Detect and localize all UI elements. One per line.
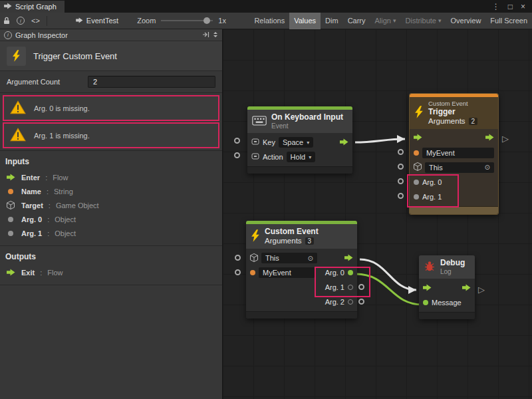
argument-count-input[interactable]: 2 — [88, 76, 215, 88]
warning-text: Arg. 1 is missing. — [34, 132, 90, 140]
overview-button[interactable]: Overview — [446, 13, 486, 29]
port-arguments-arg2[interactable] — [358, 299, 364, 305]
flow-out-port[interactable] — [485, 134, 494, 142]
action-row: Action Hold▾ — [247, 150, 352, 164]
node-header: Custom Event Arguments3 — [246, 224, 357, 249]
port-arguments-name[interactable] — [235, 269, 241, 275]
message-row: Message — [419, 295, 475, 310]
arg0-port[interactable] — [348, 270, 353, 275]
outputs-heading: Outputs — [0, 246, 222, 265]
input-row-enter: Enter:Flow — [0, 170, 222, 184]
arg1-row: Arg. 1 — [246, 280, 357, 295]
action-dropdown[interactable]: Hold▾ — [287, 152, 316, 162]
fullscreen-button[interactable]: Full Screen — [485, 13, 532, 29]
graph-canvas[interactable]: On Keyboard Input Event Key Space▾ Actio… — [223, 29, 532, 399]
key-row: Key Space▾ — [247, 135, 352, 150]
custom-event-icon — [414, 106, 424, 120]
distribute-button[interactable]: Distribute▾ — [401, 13, 446, 29]
arg0-row: Arg. 0 — [410, 175, 498, 190]
flow-arrow-icon — [5, 174, 16, 181]
tab-title: Script Graph — [15, 3, 57, 11]
flow-out-port[interactable] — [340, 138, 348, 147]
arg2-row: Arg. 2 — [246, 295, 357, 309]
gameobject-cube-icon — [5, 201, 16, 209]
string-port-icon[interactable] — [414, 150, 419, 156]
node-trigger-custom-event[interactable]: Custom Event Trigger Arguments2 MyEvent … — [409, 93, 499, 215]
port-arguments-target[interactable] — [235, 255, 241, 261]
chevron-down-icon: ▾ — [438, 17, 442, 24]
arg2-port[interactable] — [348, 299, 353, 305]
node-title: On Keyboard Input — [271, 113, 343, 122]
port-trigger-name[interactable] — [398, 149, 404, 155]
gameobject-cube-icon[interactable] — [414, 162, 422, 172]
object-port-icon — [5, 231, 16, 236]
warning-text: Arg. 0 is missing. — [34, 104, 90, 112]
carry-button[interactable]: Carry — [343, 13, 370, 29]
port-keyboard-action[interactable] — [234, 152, 240, 158]
input-row-name: Name:String — [0, 184, 222, 198]
inputs-heading: Inputs — [0, 151, 222, 170]
object-port-icon[interactable] — [414, 194, 419, 200]
event-name-field[interactable]: MyEvent — [259, 267, 315, 278]
graph-inspector-header: i Graph Inspector — [0, 29, 222, 41]
node-debug-log[interactable]: Debug Log Message — [419, 255, 475, 319]
lock-icon[interactable] — [0, 17, 13, 25]
dim-button[interactable]: Dim — [321, 13, 343, 29]
argument-count-badge: 2 — [469, 118, 478, 126]
tab-script-graph[interactable]: Script Graph — [0, 1, 65, 13]
pane-menu-icon[interactable] — [213, 31, 218, 39]
window-titlebar: Script Graph ⋮ □ × — [0, 0, 532, 13]
gameobject-cube-icon[interactable] — [250, 253, 258, 263]
align-button[interactable]: Align▾ — [370, 13, 401, 29]
code-icon[interactable]: <> — [28, 17, 43, 25]
flow-in-port[interactable] — [423, 284, 432, 293]
port-trigger-arg0[interactable] — [398, 178, 404, 184]
wire-arrowhead — [397, 135, 405, 143]
zoom-value: 1x — [218, 17, 226, 25]
selected-unit-title: Trigger Custom Event — [33, 51, 117, 61]
target-picker-icon[interactable]: ⊙ — [308, 255, 313, 262]
port-trigger-arg1[interactable] — [398, 193, 404, 199]
graph-name-label: EventTest — [86, 17, 118, 25]
node-custom-event[interactable]: Custom Event Arguments3 This⊙ MyEvent Ar… — [246, 221, 357, 319]
port-arguments-arg1[interactable] — [358, 284, 364, 290]
maximize-icon[interactable]: □ — [508, 2, 513, 11]
target-row: This⊙ — [410, 160, 498, 175]
close-icon[interactable]: × — [521, 2, 525, 11]
node-title: Custom Event — [265, 227, 319, 237]
node-title: Trigger — [428, 108, 477, 117]
graph-breadcrumb[interactable]: EventTest — [76, 17, 118, 25]
string-port-icon[interactable] — [250, 270, 255, 275]
flow-in-port[interactable] — [414, 134, 422, 142]
node-on-keyboard-input[interactable]: On Keyboard Input Event Key Space▾ Actio… — [247, 106, 352, 174]
flow-out-port[interactable] — [344, 254, 353, 263]
window-menu-icon[interactable]: ⋮ — [492, 2, 500, 11]
node-footer — [246, 311, 357, 319]
keyboard-icon — [252, 116, 267, 127]
node-header: Debug Log — [419, 255, 475, 279]
values-button[interactable]: Values — [289, 13, 321, 29]
object-port-icon[interactable] — [414, 180, 419, 185]
target-field[interactable]: This⊙ — [425, 162, 494, 173]
event-name-and-arg0-row: MyEvent Arg. 0 — [246, 265, 357, 280]
info-icon[interactable]: i — [13, 17, 28, 25]
zoom-slider-handle[interactable] — [203, 17, 210, 24]
target-row: This⊙ — [246, 251, 357, 265]
port-keyboard-key[interactable] — [234, 138, 240, 144]
arg1-port[interactable] — [348, 285, 353, 290]
warnings-section: Arg. 0 is missing. Arg. 1 is missing. — [0, 93, 222, 151]
flow-arrow-icon — [5, 269, 16, 276]
target-field[interactable]: This⊙ — [261, 253, 317, 263]
event-name-field[interactable]: MyEvent — [422, 148, 494, 158]
flow-out-port[interactable] — [462, 284, 471, 293]
message-port[interactable] — [423, 300, 428, 305]
relations-button[interactable]: Relations — [249, 13, 289, 29]
key-dropdown[interactable]: Space▾ — [279, 137, 313, 148]
zoom-slider[interactable] — [161, 20, 213, 21]
port-trigger-target[interactable] — [398, 164, 404, 170]
node-subtitle: Event — [271, 122, 343, 130]
info-icon: i — [4, 31, 12, 39]
target-picker-icon[interactable]: ⊙ — [485, 164, 490, 171]
event-name-row: MyEvent — [410, 146, 498, 160]
dock-icon[interactable] — [202, 31, 209, 39]
